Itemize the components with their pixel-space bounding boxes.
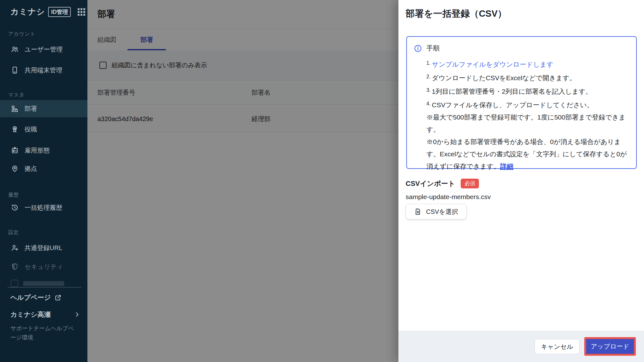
- required-badge: 必須: [461, 179, 479, 188]
- tenant-name: カミナシ高瀬: [10, 310, 51, 319]
- sidebar-item-label: セキュリティ: [25, 263, 63, 271]
- instructions-info-box: 手順 1.サンプルファイルをダウンロードします 2.ダウンロードしたCSVをEx…: [406, 36, 637, 169]
- logo-text: カミナシ: [10, 6, 45, 17]
- step-3: 3.1列目に部署管理番号・2列目に部署名を記入します。: [426, 84, 628, 97]
- note-text: ※0から始まる部署管理番号がある場合、0が消える場合があります。Excelなどで…: [426, 138, 627, 170]
- sidebar-item-label: ユーザー管理: [25, 45, 63, 54]
- instructions-steps: 1.サンプルファイルをダウンロードします 2.ダウンロードしたCSVをExcel…: [426, 57, 628, 172]
- note-leading-zero: ※0から始まる部署管理番号がある場合、0が消える場合があります。Excelなどで…: [426, 136, 628, 172]
- help-page-label: ヘルプページ: [10, 293, 51, 302]
- sidebar-item-user-management[interactable]: ユーザー管理: [0, 42, 87, 57]
- cancel-button[interactable]: キャンセル: [535, 339, 580, 354]
- map-pin-icon: [11, 164, 19, 173]
- sidebar-item-label: 役職: [25, 125, 37, 134]
- clipped-nav-item: [11, 279, 74, 287]
- tenant-subtitle: サポートチームヘルプページ環境: [10, 324, 77, 342]
- modal-overlay[interactable]: [87, 0, 398, 362]
- sidebar-item-shared-devices[interactable]: 共用端末管理: [0, 63, 87, 77]
- bulk-register-csv-drawer: 部署を一括登録（CSV） 手順 1.サンプルファイルをダウンロードします 2.ダ…: [398, 0, 644, 362]
- csv-import-field: CSVインポート 必須: [406, 179, 479, 188]
- history-icon: [11, 203, 19, 212]
- tenant-menu[interactable]: カミナシ高瀬: [10, 310, 80, 319]
- section-label-master: マスタ: [8, 92, 25, 98]
- section-label-history: 履歴: [8, 192, 19, 198]
- step-1: 1.サンプルファイルをダウンロードします: [426, 57, 628, 70]
- sidebar-item-locations[interactable]: 拠点: [0, 161, 87, 176]
- csv-import-label: CSVインポート: [406, 179, 455, 188]
- sidebar-item-bulk-history[interactable]: 一括処理履歴: [0, 200, 87, 215]
- step-number: 2.: [426, 74, 430, 79]
- upload-button[interactable]: アップロード: [586, 339, 634, 354]
- user-plus-icon: [11, 244, 19, 252]
- sidebar-divider: [8, 287, 81, 287]
- click-highlight-annotation: アップロード: [584, 337, 636, 356]
- sidebar-item-security[interactable]: セキュリティ: [0, 259, 87, 274]
- sidebar-item-label: 一括処理履歴: [25, 203, 62, 212]
- sidebar: カミナシ ID管理 アカウント ユーザー管理 共用端末管理 マスタ 部署 役職 …: [0, 0, 87, 362]
- note-max-departments: ※最大で500部署まで登録可能です。1度に500部署まで登録できます。: [426, 111, 628, 136]
- app-logo: カミナシ ID管理: [10, 6, 85, 17]
- step-text: CSVファイルを保存し、アップロードしてください。: [432, 101, 593, 109]
- section-label-account: アカウント: [8, 31, 36, 37]
- medal-icon: [11, 125, 19, 133]
- shield-icon: [11, 263, 19, 271]
- sidebar-item-departments[interactable]: 部署: [0, 100, 87, 117]
- sidebar-item-employment-types[interactable]: 雇用形態: [0, 143, 87, 158]
- step-text: ダウンロードしたCSVをExcelなどで開きます。: [432, 74, 576, 81]
- info-icon: [414, 44, 422, 53]
- selected-file-name: sample-update-members.csv: [406, 193, 491, 201]
- help-page-link[interactable]: ヘルプページ: [10, 293, 62, 302]
- sidebar-item-label: 雇用形態: [25, 146, 50, 155]
- step-number: 1.: [426, 60, 430, 66]
- drawer-footer: キャンセル アップロード: [398, 331, 644, 362]
- org-chart-icon: [11, 105, 19, 113]
- step-4: 4.CSVファイルを保存し、アップロードしてください。: [426, 97, 628, 111]
- step-text: 1列目に部署管理番号・2列目に部署名を記入します。: [432, 88, 592, 95]
- sidebar-item-common-registration-url[interactable]: 共通登録URL: [0, 241, 87, 255]
- tablet-icon: [11, 66, 19, 74]
- select-csv-button-label: CSVを選択: [426, 208, 458, 216]
- chevron-right-icon: [74, 311, 80, 318]
- drawer-title: 部署を一括登録（CSV）: [406, 8, 507, 20]
- sidebar-item-label: 部署: [25, 104, 37, 113]
- app-root: カミナシ ID管理 アカウント ユーザー管理 共用端末管理 マスタ 部署 役職 …: [0, 0, 644, 362]
- users-icon: [11, 45, 19, 53]
- logo-id-badge: ID管理: [48, 7, 71, 17]
- instructions-heading: 手順: [426, 44, 440, 53]
- sample-file-download-link[interactable]: サンプルファイルをダウンロードします: [432, 61, 553, 68]
- step-2: 2.ダウンロードしたCSVをExcelなどで開きます。: [426, 70, 628, 84]
- id-card-icon: [11, 146, 19, 154]
- select-csv-button[interactable]: CSVを選択: [406, 204, 467, 220]
- sidebar-item-label: 共通登録URL: [25, 244, 62, 252]
- sidebar-item-positions[interactable]: 役職: [0, 122, 87, 136]
- external-link-icon: [54, 294, 62, 301]
- sidebar-item-label: 拠点: [25, 164, 37, 173]
- file-upload-icon: [414, 208, 422, 215]
- details-link[interactable]: 詳細: [500, 163, 513, 170]
- sidebar-item-label: 共用端末管理: [25, 66, 62, 75]
- step-number: 3.: [426, 87, 430, 93]
- section-label-settings: 設定: [8, 229, 19, 236]
- step-number: 4.: [426, 101, 430, 106]
- app-switcher-grid-icon[interactable]: [78, 8, 85, 16]
